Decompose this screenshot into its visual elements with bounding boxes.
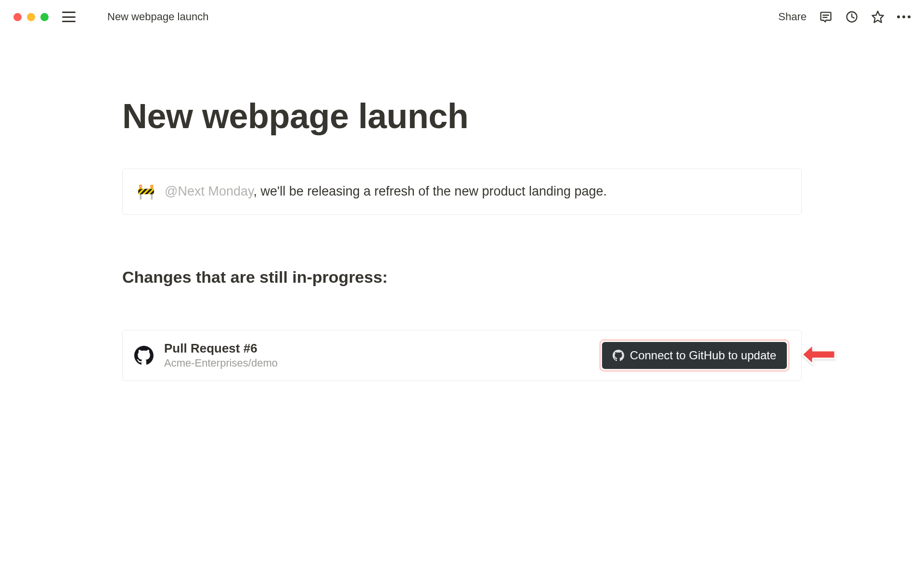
comments-button[interactable]: [819, 10, 833, 24]
dot: [902, 15, 905, 18]
topbar-right: Share: [778, 10, 911, 24]
date-mention[interactable]: @Next Monday: [165, 184, 253, 198]
connect-button-label: Connect to GitHub to update: [630, 349, 776, 362]
annotation-arrow: [800, 341, 838, 370]
hamburger-line: [62, 16, 76, 18]
topbar-left: New webpage launch: [13, 11, 208, 23]
window-maximize-button[interactable]: [40, 13, 49, 21]
hamburger-line: [62, 12, 76, 13]
construction-icon: 🚧: [137, 184, 155, 199]
topbar: New webpage launch Share: [0, 0, 924, 34]
arrow-left-icon: [800, 341, 838, 368]
dot: [908, 15, 911, 18]
github-pr-card[interactable]: Pull Request #6 Acme-Enterprises/demo Co…: [122, 330, 802, 381]
nav-arrows: [88, 13, 95, 21]
window-minimize-button[interactable]: [27, 13, 35, 21]
updates-button[interactable]: [845, 10, 859, 24]
connect-github-button[interactable]: Connect to GitHub to update: [602, 342, 787, 369]
dot: [897, 15, 900, 18]
callout-block[interactable]: 🚧 @Next Monday, we'll be releasing a ref…: [122, 169, 802, 215]
section-heading[interactable]: Changes that are still in-progress:: [122, 268, 802, 287]
callout-text: @Next Monday, we'll be releasing a refre…: [165, 183, 607, 201]
more-menu-button[interactable]: [897, 15, 911, 18]
connect-button-highlight: Connect to GitHub to update: [599, 339, 790, 372]
star-icon: [871, 10, 885, 24]
breadcrumb-title[interactable]: New webpage launch: [107, 11, 208, 23]
window-controls: [13, 13, 49, 21]
github-icon: [613, 350, 624, 361]
app-window: New webpage launch Share: [0, 0, 924, 578]
hamburger-line: [62, 21, 76, 22]
pr-repo: Acme-Enterprises/demo: [164, 357, 278, 369]
pr-card-left: Pull Request #6 Acme-Enterprises/demo: [134, 341, 278, 369]
pr-info: Pull Request #6 Acme-Enterprises/demo: [164, 341, 278, 369]
speech-bubble-icon: [819, 10, 833, 24]
window-close-button[interactable]: [13, 13, 22, 21]
sidebar-toggle-button[interactable]: [62, 12, 76, 22]
share-button[interactable]: Share: [778, 11, 807, 23]
github-icon: [134, 346, 154, 365]
pr-title: Pull Request #6: [164, 341, 278, 356]
svg-marker-5: [872, 11, 883, 22]
page-title[interactable]: New webpage launch: [122, 96, 802, 136]
clock-icon: [845, 10, 859, 24]
callout-rest: , we'll be releasing a refresh of the ne…: [253, 184, 607, 198]
favorite-button[interactable]: [871, 10, 885, 24]
page-content: New webpage launch 🚧 @Next Monday, we'll…: [0, 34, 924, 381]
